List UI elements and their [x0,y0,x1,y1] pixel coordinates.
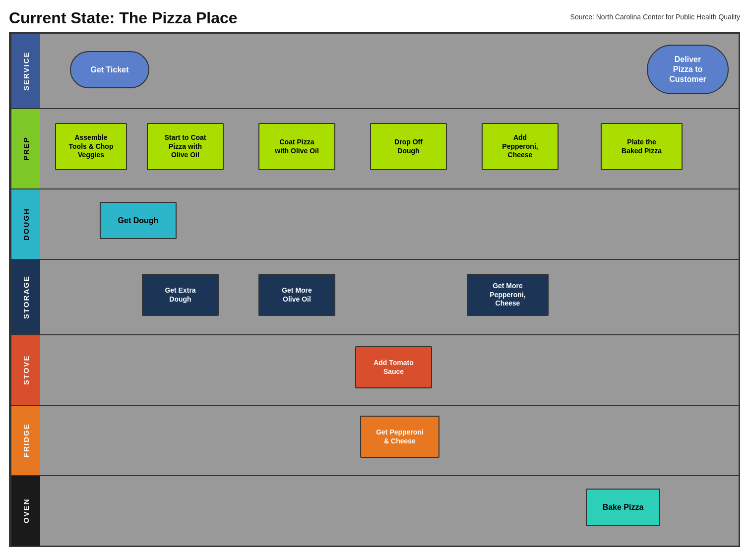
box-bake-pizza: Bake Pizza [586,489,660,526]
lane-label-prep: PREP [10,109,40,188]
lane-dough: DOUGH Get Dough [10,189,739,260]
diagram-wrapper: SERVICE Get Ticket Deliver Pizza to Cust… [9,32,740,547]
lane-content-prep: Assemble Tools & Chop Veggies Start to C… [40,109,739,188]
lane-storage: STORAGE Get Extra Dough Get More Olive O… [10,260,739,335]
lane-content-fridge: Get Pepperoni & Cheese [40,406,739,475]
lane-label-service: SERVICE [10,34,40,108]
lane-label-storage: STORAGE [10,260,40,334]
lane-content-service: Get Ticket Deliver Pizza to Customer [40,34,739,108]
box-add-tomato-sauce: Add Tomato Sauce [355,346,432,388]
box-deliver-pizza: Deliver Pizza to Customer [647,45,729,94]
header: Current State: The Pizza Place Source: N… [9,9,740,27]
lane-label-fridge: FRIDGE [10,406,40,475]
lane-content-dough: Get Dough [40,189,739,259]
lane-content-oven: Bake Pizza [40,476,739,546]
page-container: Current State: The Pizza Place Source: N… [0,0,749,556]
box-coat-pizza: Coat Pizza with Olive Oil [258,123,335,170]
lane-oven: OVEN Bake Pizza [10,476,739,546]
box-start-coat: Start to Coat Pizza with Olive Oil [147,123,224,170]
lane-label-oven: OVEN [10,476,40,546]
box-add-pepperoni: Add Pepperoni, Cheese [482,123,559,170]
box-get-more-olive-oil: Get More Olive Oil [258,274,335,316]
page-title: Current State: The Pizza Place [9,9,238,27]
source-text: Source: North Carolina Center for Public… [570,13,740,21]
box-assemble-tools: Assemble Tools & Chop Veggies [55,123,127,170]
box-plate-pizza: Plate the Baked Pizza [601,123,683,170]
swim-lane-diagram: SERVICE Get Ticket Deliver Pizza to Cust… [9,32,740,547]
lane-service: SERVICE Get Ticket Deliver Pizza to Cust… [10,34,739,109]
box-get-dough: Get Dough [100,202,177,239]
lane-stove: STOVE Add Tomato Sauce [10,335,739,406]
box-get-ticket: Get Ticket [70,51,149,88]
box-get-pepperoni-cheese: Get Pepperoni & Cheese [360,416,439,458]
lane-prep: PREP Assemble Tools & Chop Veggies Start… [10,109,739,189]
lane-label-dough: DOUGH [10,189,40,259]
lane-label-stove: STOVE [10,335,40,405]
lane-fridge: FRIDGE Get Pepperoni & Cheese [10,406,739,476]
box-get-more-pepperoni: Get More Pepperoni, Cheese [467,274,549,316]
lane-content-storage: Get Extra Dough Get More Olive Oil Get M… [40,260,739,334]
lane-content-stove: Add Tomato Sauce [40,335,739,405]
box-drop-off-dough: Drop Off Dough [370,123,447,170]
box-get-extra-dough: Get Extra Dough [142,274,219,316]
